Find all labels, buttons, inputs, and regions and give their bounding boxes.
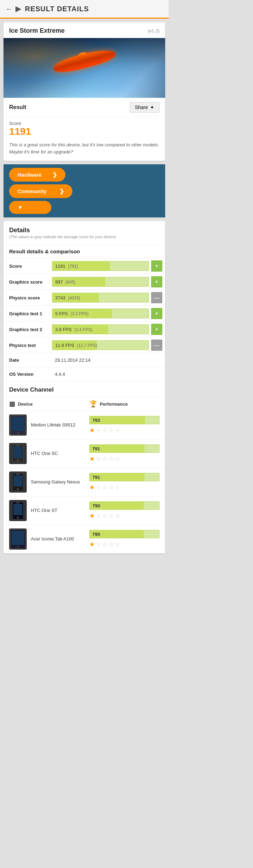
device-score-area: 790 ★☆☆☆☆	[89, 530, 160, 548]
result-label: Result	[9, 104, 26, 110]
star-rating: ★☆☆☆☆	[89, 483, 160, 491]
detail-row-value-area: 997 (645) +	[49, 274, 165, 290]
device-thumbnail	[9, 528, 27, 550]
star-empty-icon: ☆	[108, 455, 114, 463]
community-button[interactable]: Community ❯	[9, 184, 72, 198]
bar-value: 3.8 FPS (2.4 FPS)	[55, 327, 92, 332]
svg-rect-1	[12, 417, 24, 431]
score-value: 1191	[9, 126, 160, 137]
bar-value: 5 FPS (3.3 FPS)	[55, 311, 89, 316]
device-rows-container: Medion Lifetab S9512 793 ★☆☆☆☆ HTC One S…	[4, 411, 165, 553]
svg-rect-10	[16, 474, 20, 475]
benchmark-card: Ice Storm Extreme (v1.2) Result Share ✦ …	[4, 22, 165, 161]
device-score-bar: 790	[89, 501, 160, 510]
device-name: Acer Iconia Tab A100	[31, 536, 89, 542]
page-title: RESULT DETAILS	[25, 5, 89, 13]
score-bar: 3.8 FPS (2.4 FPS)	[52, 324, 149, 334]
star-empty-icon: ☆	[115, 455, 120, 463]
detail-row-value-area: 1191 (791) +	[49, 258, 165, 274]
score-bar: 5 FPS (3.3 FPS)	[52, 309, 149, 318]
bar-value: 997 (645)	[55, 279, 75, 285]
logo-icon: ▶	[15, 4, 21, 13]
svg-point-17	[17, 546, 19, 547]
action-button[interactable]: +	[151, 260, 162, 272]
star-empty-icon: ☆	[102, 455, 108, 463]
device-score-text: 791	[92, 475, 100, 480]
star-empty-icon: ☆	[102, 512, 108, 520]
hardware-label: Hardware	[18, 172, 41, 178]
star-empty-icon: ☆	[108, 512, 114, 520]
score-label: Score	[9, 121, 160, 126]
detail-row: Physics test 11.9 FPS (12.7 FPS) ―	[4, 337, 165, 353]
detail-row: Physics score 3743 (4015) ―	[4, 290, 165, 305]
star-empty-icon: ☆	[96, 455, 101, 463]
svg-rect-12	[13, 504, 22, 515]
detail-row-label: Physics test	[4, 339, 49, 351]
star-rating: ★☆☆☆☆	[89, 426, 160, 434]
star-rating: ★☆☆☆☆	[89, 512, 160, 520]
star-empty-icon: ☆	[108, 483, 114, 491]
details-header: Details (The values in grey indicate the…	[4, 221, 165, 245]
svg-point-9	[17, 488, 19, 490]
device-score-area: 791 ★☆☆☆☆	[89, 473, 160, 491]
phone-svg	[12, 501, 24, 520]
score-bar: 997 (645)	[52, 277, 149, 287]
detail-row-label: Graphics score	[4, 276, 49, 288]
action-button[interactable]: +	[151, 324, 162, 335]
svg-point-5	[17, 460, 19, 462]
device-score-bar: 791	[89, 444, 160, 453]
star-filled-icon: ★	[89, 483, 95, 491]
back-icon[interactable]: ←	[6, 5, 13, 13]
device-col-performance: 🏆 Performance	[89, 400, 160, 408]
action-button[interactable]: +	[151, 308, 162, 319]
header: ← ▶ RESULT DETAILS	[0, 0, 169, 19]
detail-row-label: Score	[4, 260, 49, 272]
device-thumbnail	[9, 500, 27, 521]
star-empty-icon: ☆	[96, 483, 101, 491]
svg-rect-14	[16, 502, 20, 503]
device-score-text: 791	[92, 446, 100, 451]
device-score-area: 791 ★☆☆☆☆	[89, 444, 160, 463]
svg-rect-8	[13, 475, 22, 487]
detail-row: Graphics test 1 5 FPS (3.3 FPS) +	[4, 305, 165, 321]
device-score-text: 790	[92, 503, 100, 508]
device-score-text: 793	[92, 418, 100, 423]
detail-row-value-area: 11.9 FPS (12.7 FPS) ―	[49, 337, 165, 353]
star-empty-icon: ☆	[102, 483, 108, 491]
community-label: Community	[18, 188, 47, 194]
device-thumbnail	[9, 443, 27, 464]
star-empty-icon: ☆	[115, 540, 120, 548]
svg-rect-16	[12, 531, 24, 545]
share-button[interactable]: Share ✦	[130, 102, 160, 113]
detail-rows: Score 1191 (791) + Graphics score 997 (6…	[4, 258, 165, 353]
more-icon: ▼	[18, 204, 23, 210]
star-empty-icon: ☆	[115, 426, 120, 434]
device-col-icon: ▩	[9, 400, 15, 408]
hardware-button[interactable]: Hardware ❯	[9, 168, 65, 182]
detail-row: Graphics test 2 3.8 FPS (2.4 FPS) +	[4, 321, 165, 337]
action-button[interactable]: ―	[151, 340, 162, 351]
device-row: Samsung Galaxy Nexus 791 ★☆☆☆☆	[4, 468, 165, 496]
action-button[interactable]: ―	[151, 292, 162, 303]
device-score-area: 790 ★☆☆☆☆	[89, 501, 160, 520]
detail-row-label: Graphics test 2	[4, 323, 49, 336]
star-empty-icon: ☆	[115, 512, 120, 520]
plain-row-value: 29.11.2014 22:14	[55, 357, 90, 363]
star-filled-icon: ★	[89, 540, 95, 548]
share-icon: ✦	[150, 104, 154, 110]
score-bar: 1191 (791)	[52, 261, 149, 271]
bar-avg: (645)	[65, 280, 75, 285]
action-button[interactable]: +	[151, 276, 162, 287]
score-bar: 11.9 FPS (12.7 FPS)	[52, 340, 149, 350]
plain-rows: Date 29.11.2014 22:14 OS Version 4.4.4	[4, 353, 165, 381]
star-filled-icon: ★	[89, 455, 95, 463]
detail-row-label: Graphics test 1	[4, 308, 49, 320]
tablet-svg	[10, 415, 26, 435]
device-name: HTC One SC	[31, 450, 89, 457]
hardware-chevron-icon: ❯	[52, 171, 57, 178]
star-empty-icon: ☆	[102, 540, 108, 548]
star-empty-icon: ☆	[108, 426, 114, 434]
score-row: Score 1191	[4, 117, 165, 139]
more-button[interactable]: ▼	[9, 201, 51, 214]
bar-value: 3743 (4015)	[55, 295, 80, 300]
